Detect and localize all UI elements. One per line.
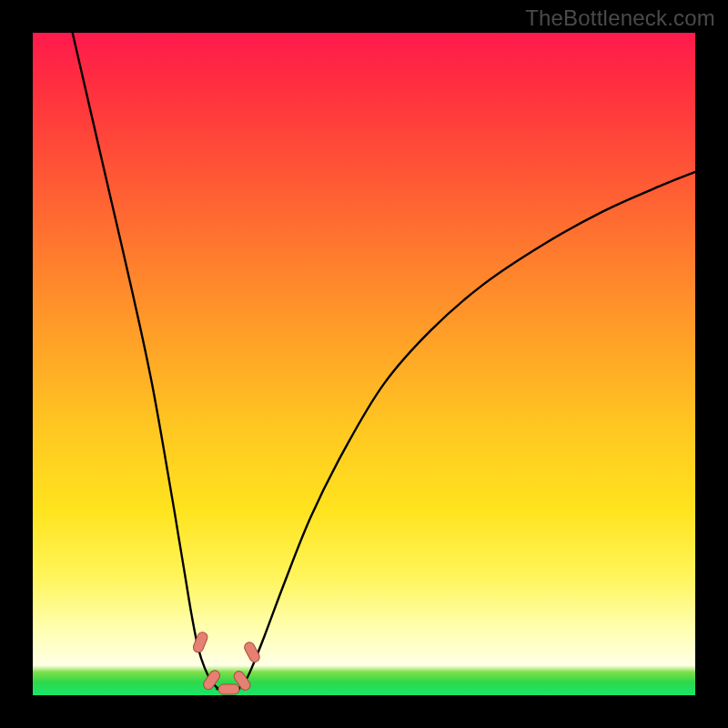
curve-svg [33, 33, 695, 695]
chart-frame: TheBottleneck.com [0, 0, 728, 728]
bottleneck-curve [73, 33, 695, 689]
marker-floor [218, 684, 239, 694]
curve-group [73, 33, 695, 689]
chart-plot-area [33, 33, 695, 695]
watermark-text: TheBottleneck.com [525, 5, 715, 31]
